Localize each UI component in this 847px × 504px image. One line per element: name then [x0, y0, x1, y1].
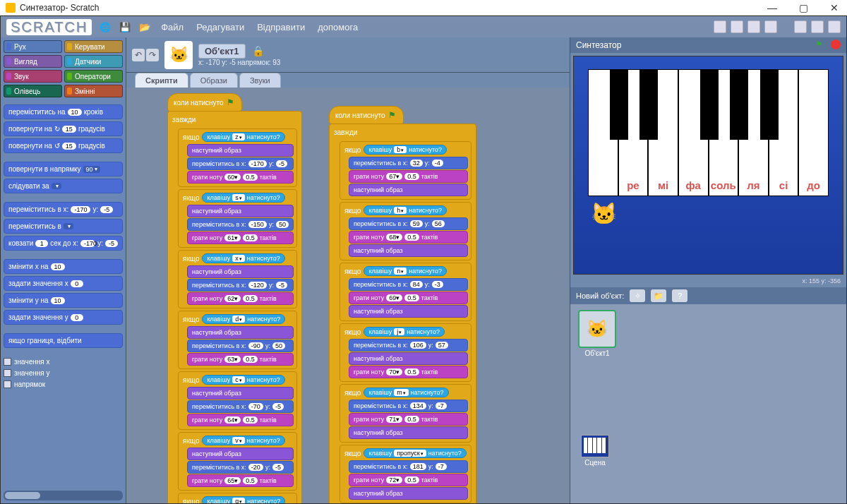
save-icon[interactable]: 💾 [119, 20, 131, 33]
app-icon [6, 3, 16, 13]
palette-scrollbar[interactable] [4, 491, 123, 500]
tool-4[interactable] [764, 20, 777, 33]
block-turn-l[interactable]: повернути на↺15градусів [4, 138, 123, 153]
block-set-x[interactable]: задати значення x0 [4, 276, 123, 291]
menu-share[interactable]: Відправити [254, 20, 308, 34]
sprite-item[interactable]: 🐱 Об'єкт1 [576, 310, 618, 357]
cat-looks[interactable]: Вигляд [4, 55, 62, 68]
globe-icon[interactable]: 🌐 [99, 20, 112, 33]
cat-pen[interactable]: Олівець [4, 85, 62, 97]
menu-edit[interactable]: Редагувати [193, 20, 247, 34]
block-glide[interactable]: ковзати1сек до x:-170y:-5 [4, 236, 123, 251]
maximize-button[interactable]: ▢ [796, 2, 810, 13]
block-change-y[interactable]: змінити y на10 [4, 293, 123, 308]
surprise-sprite-button[interactable]: ? [672, 289, 687, 302]
mouse-coords: x: 155 y: -356 [570, 277, 846, 287]
reporter-x[interactable]: значення x [4, 358, 123, 366]
scratch-logo: SCRATCH [6, 19, 92, 35]
sprite-info: x: -170 y: -5 напрямок: 93 [198, 59, 280, 66]
cat-operators[interactable]: Оператори [64, 70, 123, 83]
menu-file[interactable]: Файл [158, 20, 186, 34]
view-medium[interactable] [811, 20, 824, 33]
sprite-list: 🐱 Об'єкт1 Сцена [570, 304, 846, 503]
tool-2[interactable] [731, 20, 743, 33]
paint-sprite-button[interactable]: ✧ [630, 289, 645, 302]
scene-item[interactable]: Сцена [576, 435, 614, 467]
block-goto[interactable]: переміститись в [4, 219, 123, 234]
cat-sprite[interactable]: 🐱 [591, 201, 617, 226]
cat-variables[interactable]: Змінні [64, 85, 123, 97]
reporter-y[interactable]: значення y [4, 369, 123, 377]
script-stack-right[interactable]: коли натиснуто ⚑завждиякщо клавішу b нат… [329, 106, 476, 498]
open-icon[interactable]: 📂 [138, 20, 151, 33]
cat-control[interactable]: Керувати [64, 40, 123, 53]
lock-icon[interactable]: 🔒 [252, 45, 264, 56]
block-goto-xy[interactable]: переміститись в x:-170y:-5 [4, 202, 123, 217]
block-follow[interactable]: слідувати за [4, 179, 123, 193]
new-object-label: Новий об'єкт: [576, 292, 624, 300]
tab-scripts[interactable]: Скрипти [135, 73, 188, 88]
stop-button[interactable] [831, 40, 841, 49]
menu-help[interactable]: допомога [315, 20, 361, 34]
cat-sensing[interactable]: Датчики [64, 55, 123, 68]
undo-button[interactable]: ↶ [132, 49, 145, 61]
redo-button[interactable]: ↷ [146, 49, 159, 61]
green-flag-button[interactable]: ⚑ [815, 40, 827, 51]
tool-3[interactable] [747, 20, 760, 33]
scripts-area[interactable]: коли натиснуто ⚑завждиякщо клавішу z нат… [126, 88, 570, 503]
tool-1[interactable] [714, 20, 726, 33]
window-title: Синтезатор- Scratch [20, 3, 99, 13]
tab-costumes[interactable]: Образи [190, 73, 238, 88]
block-palette: переміститись на10кроків повернути на↻15… [4, 104, 123, 500]
script-stack-left[interactable]: коли натиснуто ⚑завждиякщо клавішу z нат… [167, 93, 302, 498]
block-change-x[interactable]: змінити x на10 [4, 259, 123, 274]
stage-title: Синтезатор [576, 40, 621, 50]
view-large[interactable] [828, 20, 841, 33]
sprite-name[interactable]: Об'єкт1 [198, 44, 246, 59]
cat-motion[interactable]: Рух [4, 40, 62, 53]
block-bounce[interactable]: якщо границя, відбити [4, 333, 123, 348]
cat-sound[interactable]: Звук [4, 70, 62, 83]
close-button[interactable]: ✕ [827, 2, 841, 13]
block-set-y[interactable]: задати значення y0 [4, 310, 123, 325]
choose-sprite-button[interactable]: 📁 [651, 289, 666, 302]
block-turn-r[interactable]: повернути на↻15градусів [4, 121, 123, 136]
sprite-thumbnail: 🐱 [164, 41, 193, 69]
tab-sounds[interactable]: Звуки [239, 73, 281, 88]
block-point[interactable]: повернути в напрямку90 [4, 162, 123, 176]
minimize-button[interactable]: — [765, 2, 779, 13]
reporter-dir[interactable]: напрямок [4, 380, 123, 388]
view-small[interactable] [794, 20, 807, 33]
block-move[interactable]: переміститись на10кроків [4, 104, 123, 119]
stage[interactable]: реміфасольлясідо 🐱 [573, 56, 843, 275]
